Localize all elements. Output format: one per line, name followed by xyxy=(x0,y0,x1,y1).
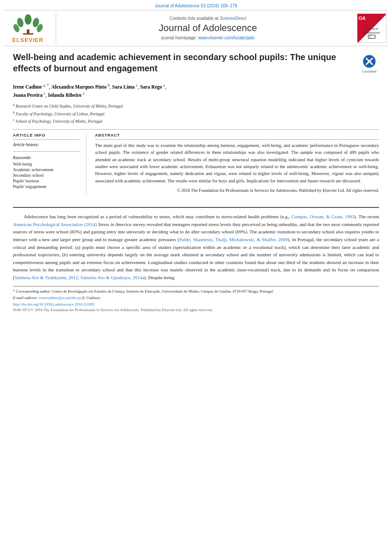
article-title: Well-being and academic achievement in s… xyxy=(13,51,351,74)
authors-section: Irene Cadime a, *, Alexandra Marques Pin… xyxy=(13,83,379,99)
author-6: Iolanda Ribeiro xyxy=(48,92,81,98)
sciencedirect-line: Contents lists available at ScienceDirec… xyxy=(169,16,246,21)
abstract-copyright: © 2016 The Foundation for Professionals … xyxy=(95,187,379,194)
author-5: Joana Pereira xyxy=(13,92,42,98)
footer-email-link[interactable]: irenecadime@ie.uminho.pt xyxy=(39,296,81,300)
keyword-5: Pupils' engagement xyxy=(13,184,80,189)
homepage-url[interactable]: www.elsevier.com/locate/jado xyxy=(198,35,255,40)
abstract-label: ABSTRACT xyxy=(95,133,379,137)
author-6-sup: c xyxy=(83,91,84,96)
article-title-section: Well-being and academic achievement in s… xyxy=(13,51,379,78)
footer-email-line: E-mail address: irenecadime@ie.uminho.pt… xyxy=(13,296,379,300)
author-4: Sara Rego xyxy=(140,84,162,89)
journal-reference-link[interactable]: Journal of Adolescence 53 (2016) 169–179 xyxy=(0,0,392,10)
affiliation-2: b Faculty of Psychology, University of L… xyxy=(13,110,379,118)
svg-rect-7 xyxy=(368,35,375,38)
author-2: Alexandra Marques Pinto xyxy=(51,84,107,89)
ref-compas[interactable]: Compas, Orosan, & Grant, 1993 xyxy=(291,214,354,219)
crossmark-badge[interactable]: CrossMark xyxy=(360,54,379,73)
author-4-sup: c xyxy=(163,83,165,87)
body-divider xyxy=(13,207,379,208)
crossmark-label: CrossMark xyxy=(362,70,377,73)
footer-doi[interactable]: http://dx.doi.org/10.1016/j.adolescence.… xyxy=(13,302,379,306)
affiliations-section: a Research Centre on Child Studies, Univ… xyxy=(13,102,379,125)
page-container: Journal of Adolescence 53 (2016) 169–179… xyxy=(0,0,392,535)
author-1-sup: a, * xyxy=(43,83,49,87)
elsevier-logo: ELSEVIER xyxy=(4,13,56,43)
footer-issn: 0140-1971/© 2016 The Foundation for Prof… xyxy=(13,308,379,312)
abstract-text: The main goal of this study was to exami… xyxy=(95,142,379,194)
ref-salmela1[interactable]: Salmela-Aro & Tynkkynen, 2012; Salmela-A… xyxy=(15,275,144,280)
svg-rect-6 xyxy=(23,33,33,35)
ref-suldo[interactable]: Suldo, Shaunessy, Thalji, Michalowski, &… xyxy=(179,237,288,242)
journal-title-header: Journal of Adolescence xyxy=(159,22,257,34)
article-info-label: ARTICLE INFO xyxy=(13,133,80,137)
author-2-sup: b xyxy=(108,83,110,87)
oa-journal-badge: OA Journal of Adolescence xyxy=(357,13,386,43)
keywords-label: Keywords: xyxy=(13,155,80,160)
footer-section: * Corresponding author. Centro de Invest… xyxy=(13,286,379,312)
sciencedirect-prefix: Contents lists available at xyxy=(169,16,220,21)
ref-apa[interactable]: American Psychological Association (2014… xyxy=(13,222,97,227)
body-paragraph-1: Adolescence has long been recognized as … xyxy=(13,213,379,281)
affiliation-3: c School of Psychology, University of Mi… xyxy=(13,118,379,125)
journal-center-info: Contents lists available at ScienceDirec… xyxy=(61,13,355,43)
two-column-section: ARTICLE INFO Article history: Keywords: … xyxy=(13,133,379,196)
author-5-sup: c xyxy=(44,91,45,96)
homepage-prefix: journal homepage: xyxy=(161,35,198,40)
abstract-column: ABSTRACT The main goal of this study was… xyxy=(95,133,379,196)
journal-header: ELSEVIER Contents lists available at Sci… xyxy=(4,10,388,46)
author-3-sup: c xyxy=(136,83,137,87)
journal-reference-text: Journal of Adolescence 53 (2016) 169–179 xyxy=(155,3,237,8)
body-text-section: Adolescence has long been recognized as … xyxy=(0,213,392,281)
footer-email-suffix: (I. Cadime). xyxy=(82,296,101,300)
keyword-1: Well-being xyxy=(13,162,80,166)
keyword-3: Secondary school xyxy=(13,173,80,178)
crossmark-icon xyxy=(360,54,379,69)
sciencedirect-link[interactable]: ScienceDirect xyxy=(220,16,246,21)
elsevier-tree-icon xyxy=(11,13,45,37)
keyword-2: Academic achievement xyxy=(13,167,80,172)
abstract-paragraph: The main goal of this study was to exami… xyxy=(95,142,379,185)
svg-point-0 xyxy=(25,14,32,25)
keyword-4: Pupils' burnout xyxy=(13,178,80,183)
elsevier-brand-text: ELSEVIER xyxy=(12,37,43,43)
article-content: Well-being and academic achievement in s… xyxy=(0,46,392,207)
journal-homepage-line: journal homepage: www.elsevier.com/locat… xyxy=(161,35,255,40)
affiliation-1: a Research Centre on Child Studies, Univ… xyxy=(13,102,379,110)
author-1: Irene Cadime xyxy=(13,84,42,89)
journal-logo-right: OA Journal of Adolescence xyxy=(355,13,388,43)
author-3: Sara Lima xyxy=(112,84,135,89)
section-divider-1 xyxy=(13,129,379,130)
article-history-label: Article history: xyxy=(13,142,80,147)
footer-corresponding-note: * Corresponding author. Centro de Invest… xyxy=(13,289,379,295)
article-info-column: ARTICLE INFO Article history: Keywords: … xyxy=(13,133,86,196)
